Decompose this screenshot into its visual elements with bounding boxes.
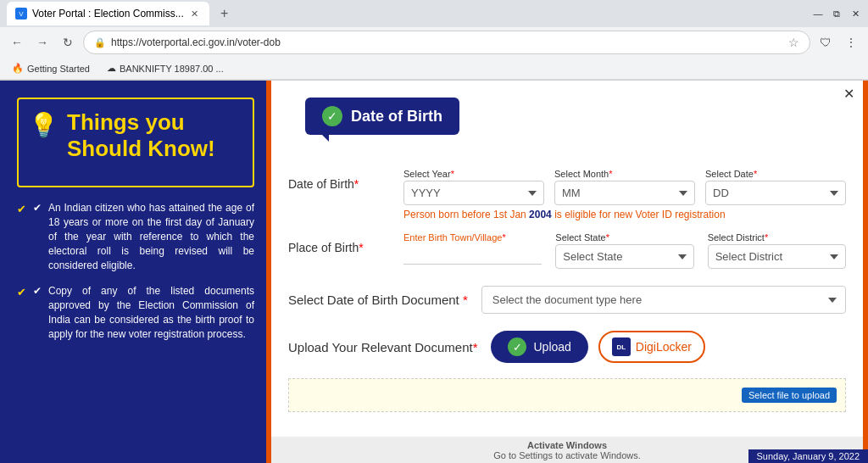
upload-label: Upload Your Relevant Document* xyxy=(288,340,477,354)
forward-button[interactable]: → xyxy=(32,32,53,53)
toolbar-icons: 🛡 ⋮ xyxy=(815,32,861,53)
sidebar-checkmark-1: ✔ xyxy=(33,201,42,215)
sidebar-items: ✔ An Indian citizen who has attained the… xyxy=(17,201,254,341)
document-select-wrap: Select the document type here xyxy=(481,286,846,314)
tab-favicon: V xyxy=(15,8,27,20)
date-label: Select Date* xyxy=(705,169,846,179)
sidebar-text-1: An Indian citizen who has attained the a… xyxy=(48,201,254,272)
date-select[interactable]: DD xyxy=(705,181,846,205)
form-area: Date of Birth* Select Year* YYYY xyxy=(271,152,863,378)
dob-row: Date of Birth* Select Year* YYYY xyxy=(288,169,846,220)
file-select-hint[interactable]: Select file to upload xyxy=(742,388,837,403)
upload-button[interactable]: ✓ Upload xyxy=(491,331,587,363)
year-select[interactable]: YYYY xyxy=(403,181,544,205)
document-row: Select Date of Birth Document * Select t… xyxy=(288,286,846,314)
pob-label: Place of Birth* xyxy=(288,232,390,254)
digilocker-button[interactable]: DL DigiLocker xyxy=(598,331,705,363)
sidebar: 💡 Things you Should Know! ✔ An Indian ci… xyxy=(0,81,271,463)
birth-place-row: Enter Birth Town/Village* Select State* … xyxy=(403,232,846,269)
page-container: 💡 Things you Should Know! ✔ An Indian ci… xyxy=(0,81,868,463)
sidebar-checkmark-2: ✔ xyxy=(33,284,42,298)
digilocker-icon: DL xyxy=(612,337,631,356)
tab-close-button[interactable]: ✕ xyxy=(189,8,201,20)
new-tab-button[interactable]: + xyxy=(213,2,236,25)
date-select-wrap: Select Date* DD xyxy=(705,169,846,205)
upload-check-icon: ✓ xyxy=(508,337,526,356)
pob-inputs: Enter Birth Town/Village* Select State* … xyxy=(403,232,846,269)
birth-town-label: Enter Birth Town/Village* xyxy=(403,232,542,243)
dob-label: Date of Birth* xyxy=(288,169,390,191)
bookmark-icon: 🔥 xyxy=(12,63,24,74)
form-header-area: ✓ Date of Birth xyxy=(271,81,863,152)
header-check-icon: ✓ xyxy=(322,106,342,126)
lock-icon: 🔒 xyxy=(94,37,106,48)
month-label: Select Month* xyxy=(554,169,695,179)
status-bar: Sunday, January 9, 2022 xyxy=(748,449,869,463)
url-text: https://voterportal.eci.gov.in/voter-dob xyxy=(111,36,783,48)
birth-town-input[interactable] xyxy=(403,244,542,265)
upload-row: Upload Your Relevant Document* ✓ Upload … xyxy=(288,331,846,363)
menu-icon[interactable]: ⋮ xyxy=(841,32,861,53)
orange-side-bar xyxy=(863,81,868,463)
date-time: Sunday, January 9, 2022 xyxy=(757,451,860,461)
state-select[interactable]: Select State xyxy=(555,244,693,269)
district-select[interactable]: Select District xyxy=(708,244,846,269)
browser-titlebar: V Voter Portal : Election Commiss... ✕ +… xyxy=(0,0,868,27)
header-bubble: ✓ Date of Birth xyxy=(305,98,459,135)
maximize-button[interactable]: ⧉ xyxy=(831,8,843,20)
sidebar-item-1: ✔ An Indian citizen who has attained the… xyxy=(17,201,254,272)
address-bar[interactable]: 🔒 https://voterportal.eci.gov.in/voter-d… xyxy=(83,31,810,54)
sidebar-text-2: Copy of any of the listed documents appr… xyxy=(48,284,254,341)
minimize-button[interactable]: — xyxy=(812,8,824,20)
sidebar-item-2: ✔ Copy of any of the listed documents ap… xyxy=(17,284,254,341)
dob-select-group: Select Year* YYYY Select Month* MM xyxy=(403,169,846,205)
main-content: ✕ ✓ Date of Birth Date of Birth* Select … xyxy=(271,81,863,463)
month-select[interactable]: MM xyxy=(554,181,695,205)
info-year: 2004 xyxy=(529,209,552,220)
bookmark-banknifty-label: BANKNIFTY 18987.00 ... xyxy=(120,64,224,74)
district-select-wrap: Select District* Select District xyxy=(708,232,846,269)
sidebar-title: Things you Should Know! xyxy=(67,109,242,162)
close-window-button[interactable]: ✕ xyxy=(849,8,861,20)
file-select-area: Select file to upload xyxy=(288,378,846,412)
shield-icon[interactable]: 🛡 xyxy=(815,32,836,53)
pob-row: Place of Birth* Enter Birth Town/Village… xyxy=(288,232,846,269)
tab-title: Voter Portal : Election Commiss... xyxy=(32,8,184,20)
eligibility-info: Person born before 1st Jan 2004 is eligi… xyxy=(403,209,846,220)
bookmarks-bar: 🔥 Getting Started ☁ BANKNIFTY 18987.00 .… xyxy=(0,58,868,80)
birth-town-wrap: Enter Birth Town/Village* xyxy=(403,232,542,265)
browser-toolbar: ← → ↻ 🔒 https://voterportal.eci.gov.in/v… xyxy=(0,27,868,58)
upload-buttons: ✓ Upload DL DigiLocker xyxy=(491,331,705,363)
refresh-button[interactable]: ↻ xyxy=(58,32,78,53)
close-button[interactable]: ✕ xyxy=(843,86,854,102)
lightbulb-icon: 💡 xyxy=(29,111,58,139)
bookmark-cloud-icon: ☁ xyxy=(107,63,116,74)
browser-chrome: V Voter Portal : Election Commiss... ✕ +… xyxy=(0,0,868,81)
bookmark-label: Getting Started xyxy=(27,64,90,74)
dob-inputs: Select Year* YYYY Select Month* MM xyxy=(403,169,846,220)
document-type-select[interactable]: Select the document type here xyxy=(481,286,846,314)
bookmark-banknifty[interactable]: ☁ BANKNIFTY 18987.00 ... xyxy=(102,61,229,75)
window-controls: — ⧉ ✕ xyxy=(812,8,861,20)
back-button[interactable]: ← xyxy=(7,32,27,53)
year-label: Select Year* xyxy=(403,169,544,179)
district-label: Select District* xyxy=(708,232,846,243)
document-label: Select Date of Birth Document * xyxy=(288,293,468,307)
state-select-wrap: Select State* Select State xyxy=(555,232,693,269)
bookmark-getting-started[interactable]: 🔥 Getting Started xyxy=(7,61,95,75)
browser-tab[interactable]: V Voter Portal : Election Commiss... ✕ xyxy=(7,2,209,25)
month-select-wrap: Select Month* MM xyxy=(554,169,695,205)
bookmark-star-icon[interactable]: ☆ xyxy=(788,36,799,49)
state-label: Select State* xyxy=(555,232,693,243)
info-box: 💡 Things you Should Know! xyxy=(17,98,254,187)
year-select-wrap: Select Year* YYYY xyxy=(403,169,544,205)
header-title: Date of Birth xyxy=(351,108,442,126)
